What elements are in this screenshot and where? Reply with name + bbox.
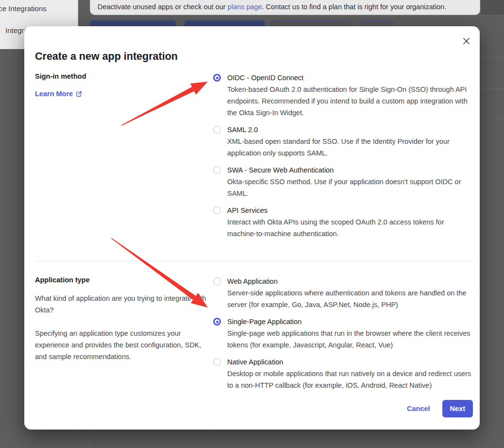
application-type-question: What kind of application are you trying … <box>35 293 213 316</box>
plans-banner: Deactivate unused apps or check out our … <box>90 0 480 15</box>
option-label: Native Application <box>227 357 473 368</box>
option-label: Web Application <box>227 276 473 287</box>
option-description: Server-side applications where authentic… <box>227 287 473 310</box>
radio-option-single-page-application[interactable]: Single-Page Application Single-page web … <box>213 316 473 351</box>
dialog-body: Sign-in method Learn More OIDC - OpenID … <box>35 72 473 397</box>
radio-option-oidc[interactable]: OIDC - OpenID Connect Token-based OAuth … <box>213 72 473 119</box>
radio-button[interactable] <box>213 166 221 174</box>
option-label: SAML 2.0 <box>227 124 473 136</box>
background-column-divider <box>89 430 90 448</box>
background-row-divider <box>480 88 504 89</box>
radio-option-swa[interactable]: SWA - Secure Web Authentication Okta-spe… <box>213 165 473 199</box>
page: ice Integrations Integra Deactivate unus… <box>0 0 504 448</box>
radio-button[interactable] <box>213 126 221 134</box>
close-button[interactable] <box>459 34 473 48</box>
sidebar-item-integrations: ice Integrations <box>0 4 47 13</box>
application-type-left-column: Application type What kind of applicatio… <box>35 276 213 397</box>
dialog-footer: Cancel Next <box>407 400 473 417</box>
background-row-divider <box>480 57 504 57</box>
radio-option-web-application[interactable]: Web Application Server-side applications… <box>213 276 473 310</box>
plans-banner-text: Deactivate unused apps or check out our … <box>98 3 446 11</box>
close-icon <box>463 37 470 45</box>
signin-method-left-column: Sign-in method Learn More <box>35 72 213 245</box>
background-column-divider <box>210 430 211 448</box>
cancel-button[interactable]: Cancel <box>407 405 430 413</box>
dialog-title: Create a new app integration <box>35 51 178 63</box>
signin-method-section: Sign-in method Learn More OIDC - OpenID … <box>35 72 473 245</box>
radio-option-native-application[interactable]: Native Application Desktop or mobile app… <box>213 357 473 391</box>
background-row-divider <box>480 15 504 16</box>
signin-method-label: Sign-in method <box>35 72 213 80</box>
option-description: Interact with Okta APIs using the scoped… <box>227 216 473 240</box>
application-type-label: Application type <box>35 276 213 284</box>
radio-button[interactable] <box>213 277 221 285</box>
background-row-divider <box>480 118 504 119</box>
plans-page-link[interactable]: plans page <box>228 3 262 11</box>
background-column-divider <box>78 430 78 448</box>
option-label: Single-Page Application <box>227 316 473 327</box>
application-type-detail: Specifying an application type customize… <box>35 327 213 362</box>
next-button[interactable]: Next <box>442 400 473 417</box>
application-type-section: Application type What kind of applicatio… <box>35 276 473 397</box>
radio-button[interactable] <box>213 74 221 82</box>
learn-more-link[interactable]: Learn More <box>35 90 82 98</box>
option-description: XML-based open standard for SSO. Use if … <box>227 136 473 159</box>
option-description: Desktop or mobile applications that run … <box>227 368 473 391</box>
option-label: API Services <box>227 205 473 216</box>
background-table-header <box>481 0 504 15</box>
create-app-integration-dialog: Create a new app integration Sign-in met… <box>24 26 480 430</box>
radio-button[interactable] <box>213 358 221 366</box>
option-description: Okta-specific SSO method. Use if your ap… <box>227 176 473 199</box>
radio-button[interactable] <box>213 318 221 326</box>
radio-button[interactable] <box>213 207 221 214</box>
banner-text-before: Deactivate unused apps or check out our <box>98 3 228 11</box>
radio-option-api-services[interactable]: API Services Interact with Okta APIs usi… <box>213 205 473 240</box>
option-label: SWA - Secure Web Authentication <box>227 165 473 176</box>
external-link-icon <box>76 91 82 97</box>
banner-text-after: . Contact us to find a plan that is righ… <box>262 3 447 11</box>
learn-more-label: Learn More <box>35 90 73 98</box>
option-description: Token-based OAuth 2.0 authentication for… <box>227 84 473 119</box>
section-divider <box>35 261 473 261</box>
signin-method-options: OIDC - OpenID Connect Token-based OAuth … <box>213 72 473 245</box>
option-description: Single-page web applications that run in… <box>227 327 473 351</box>
application-type-options: Web Application Server-side applications… <box>213 276 473 397</box>
option-label: OIDC - OpenID Connect <box>227 72 473 84</box>
radio-option-saml[interactable]: SAML 2.0 XML-based open standard for SSO… <box>213 124 473 159</box>
